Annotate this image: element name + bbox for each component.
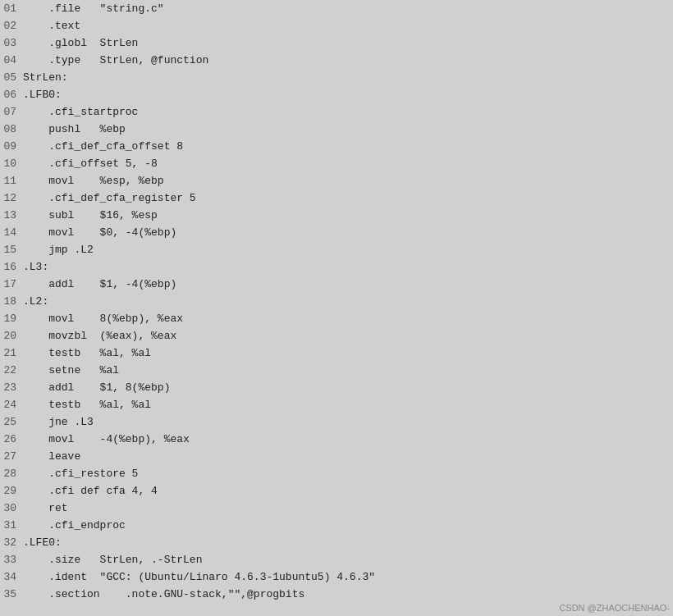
code-content: testb %al, %al	[23, 345, 673, 362]
code-row: 20 movzbl (%eax), %eax	[0, 327, 673, 345]
line-number: 11	[0, 172, 23, 189]
line-number: 21	[0, 345, 23, 362]
code-content: testb %al, %al	[23, 396, 673, 413]
code-row: 35 .section .note.GNU-stack,"",@progbits	[0, 586, 673, 603]
code-content: .cfi_offset 5, -8	[23, 155, 673, 172]
line-number: 34	[0, 568, 23, 586]
code-content: addl $1, -4(%ebp)	[23, 276, 673, 293]
code-content: .cfi_def_cfa_offset 8	[23, 138, 673, 155]
code-content: .LFB0:	[23, 86, 673, 103]
line-number: 31	[0, 517, 23, 534]
code-row: 21 testb %al, %al	[0, 345, 673, 362]
code-row: 05StrLen:	[0, 69, 673, 86]
line-number: 15	[0, 241, 23, 258]
code-container: 01 .file "string.c"02 .text03 .globl Str…	[0, 0, 673, 616]
code-row: 28 .cfi_restore 5	[0, 465, 673, 482]
line-number: 23	[0, 379, 23, 396]
code-row: 06.LFB0:	[0, 86, 673, 103]
line-number: 19	[0, 310, 23, 327]
code-content: movl %esp, %ebp	[23, 172, 673, 189]
code-content: .file "string.c"	[23, 0, 673, 17]
line-number: 28	[0, 465, 23, 482]
code-row: 25 jne .L3	[0, 413, 673, 431]
line-number: 06	[0, 86, 23, 103]
line-number: 29	[0, 482, 23, 500]
code-row: 30 ret	[0, 500, 673, 517]
code-row: 02 .text	[0, 17, 673, 34]
code-content: .LFE0:	[23, 534, 673, 551]
code-content: .cfi_restore 5	[23, 465, 673, 482]
code-row: 32.LFE0:	[0, 534, 673, 551]
code-row: 24 testb %al, %al	[0, 396, 673, 413]
code-row: 03 .globl StrLen	[0, 34, 673, 52]
watermark: CSDN @ZHAOCHENHAO-	[559, 603, 670, 613]
line-number: 30	[0, 500, 23, 517]
code-row: 01 .file "string.c"	[0, 0, 673, 17]
code-content: .cfi_startproc	[23, 103, 673, 121]
line-number: 32	[0, 534, 23, 551]
code-content: movl 8(%ebp), %eax	[23, 310, 673, 327]
code-row: 14 movl $0, -4(%ebp)	[0, 224, 673, 241]
code-row: 34 .ident "GCC: (Ubuntu/Linaro 4.6.3-1ub…	[0, 568, 673, 586]
code-row: 04 .type StrLen, @function	[0, 52, 673, 69]
line-number: 26	[0, 431, 23, 448]
code-content: ret	[23, 500, 673, 517]
code-row: 26 movl -4(%ebp), %eax	[0, 431, 673, 448]
code-content: .L2:	[23, 293, 673, 310]
code-content: .size StrLen, .-StrLen	[23, 551, 673, 568]
code-row: 09 .cfi_def_cfa_offset 8	[0, 138, 673, 155]
line-number: 16	[0, 258, 23, 276]
code-row: 18.L2:	[0, 293, 673, 310]
code-content: .type StrLen, @function	[23, 52, 673, 69]
line-number: 18	[0, 293, 23, 310]
code-row: 12 .cfi_def_cfa_register 5	[0, 189, 673, 207]
line-number: 20	[0, 327, 23, 345]
line-number: 24	[0, 396, 23, 413]
line-number: 13	[0, 207, 23, 224]
line-number: 04	[0, 52, 23, 69]
code-row: 07 .cfi_startproc	[0, 103, 673, 121]
line-number: 09	[0, 138, 23, 155]
code-content: movzbl (%eax), %eax	[23, 327, 673, 345]
line-number: 05	[0, 69, 23, 86]
line-number: 07	[0, 103, 23, 121]
code-row: 11 movl %esp, %ebp	[0, 172, 673, 189]
code-row: 13 subl $16, %esp	[0, 207, 673, 224]
line-number: 14	[0, 224, 23, 241]
code-row: 16.L3:	[0, 258, 673, 276]
code-row: 08 pushl %ebp	[0, 121, 673, 138]
line-number: 33	[0, 551, 23, 568]
line-number: 03	[0, 34, 23, 52]
code-content: addl $1, 8(%ebp)	[23, 379, 673, 396]
code-row: 27 leave	[0, 448, 673, 465]
line-number: 22	[0, 362, 23, 379]
code-content: setne %al	[23, 362, 673, 379]
code-content: .text	[23, 17, 673, 34]
line-number: 25	[0, 413, 23, 431]
line-number: 08	[0, 121, 23, 138]
line-number: 12	[0, 189, 23, 207]
line-number: 17	[0, 276, 23, 293]
code-row: 10 .cfi_offset 5, -8	[0, 155, 673, 172]
code-row: 22 setne %al	[0, 362, 673, 379]
line-number: 10	[0, 155, 23, 172]
code-content: .cfi def cfa 4, 4	[23, 482, 673, 500]
code-row: 33 .size StrLen, .-StrLen	[0, 551, 673, 568]
code-lines: 01 .file "string.c"02 .text03 .globl Str…	[0, 0, 673, 603]
code-content: .cfi_def_cfa_register 5	[23, 189, 673, 207]
code-content: pushl %ebp	[23, 121, 673, 138]
code-row: 31 .cfi_endproc	[0, 517, 673, 534]
code-content: .globl StrLen	[23, 34, 673, 52]
code-content: movl -4(%ebp), %eax	[23, 431, 673, 448]
code-content: .ident "GCC: (Ubuntu/Linaro 4.6.3-1ubunt…	[23, 568, 673, 586]
code-content: movl $0, -4(%ebp)	[23, 224, 673, 241]
code-row: 15 jmp .L2	[0, 241, 673, 258]
line-number: 02	[0, 17, 23, 34]
line-number: 01	[0, 0, 23, 17]
code-row: 29 .cfi def cfa 4, 4	[0, 482, 673, 500]
line-number: 27	[0, 448, 23, 465]
code-row: 19 movl 8(%ebp), %eax	[0, 310, 673, 327]
code-content: .L3:	[23, 258, 673, 276]
code-content: jmp .L2	[23, 241, 673, 258]
code-content: .cfi_endproc	[23, 517, 673, 534]
